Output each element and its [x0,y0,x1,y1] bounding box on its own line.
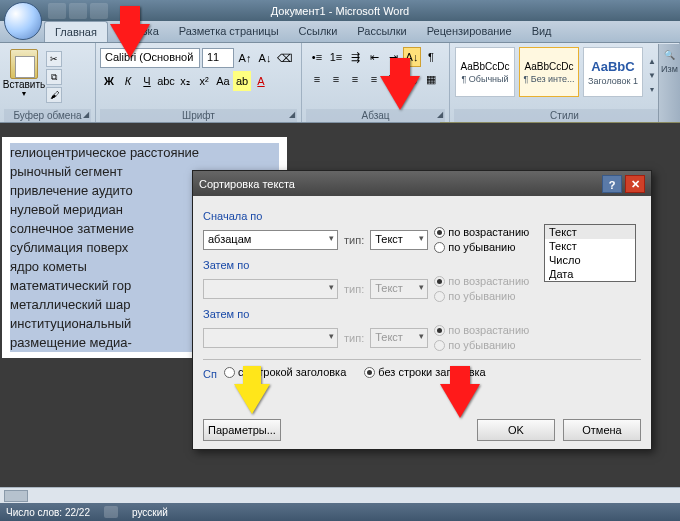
group-clipboard: Вставить ▼ ✂ ⧉ 🖌 Буфер обмена◢ [0,43,96,122]
style-name-text: ¶ Без инте... [523,74,574,84]
type-dropdown-list: Текст Текст Число Дата [544,224,636,282]
clipboard-launcher-icon[interactable]: ◢ [83,110,89,119]
type-option[interactable]: Число [545,253,635,267]
italic-icon[interactable]: К [119,71,137,91]
clear-format-icon[interactable]: ⌫ [276,48,294,68]
font-color-icon[interactable]: A [252,71,270,91]
indent-dec-icon[interactable]: ⇤ [365,47,383,67]
paragraph-launcher-icon[interactable]: ◢ [437,110,443,119]
align-right-icon[interactable]: ≡ [346,69,364,89]
type-label: тип: [344,332,364,344]
grow-font-icon[interactable]: A↑ [236,48,254,68]
then1-asc-radio [434,276,445,287]
dialog-titlebar[interactable]: Сортировка текста ? ✕ [193,171,651,196]
type-option[interactable]: Дата [545,267,635,281]
styles-more-icon[interactable]: ▾ [646,85,658,97]
underline-icon[interactable]: Ч [138,71,156,91]
font-launcher-icon[interactable]: ◢ [289,110,295,119]
without-header-radio[interactable] [364,367,375,378]
superscript-icon[interactable]: x² [195,71,213,91]
bold-icon[interactable]: Ж [100,71,118,91]
tab-review[interactable]: Рецензирование [417,21,522,42]
clipboard-group-label: Буфер обмена◢ [4,109,91,122]
annotation-arrow-icon [234,384,270,414]
shrink-font-icon[interactable]: A↓ [256,48,274,68]
paste-icon [10,49,38,79]
desc-label: по убыванию [448,241,515,253]
qat-redo-icon[interactable] [90,3,108,19]
office-orb[interactable] [4,2,42,40]
sort-first-label: Сначала по [203,210,641,222]
annotation-arrow-icon [110,24,150,58]
style-sample-text: AaBbCcDc [525,61,574,72]
change-case-icon[interactable]: Aa [214,71,232,91]
copy-icon[interactable]: ⧉ [46,69,62,85]
dialog-help-icon[interactable]: ? [602,175,622,193]
style-heading1[interactable]: AaBbC Заголовок 1 [583,47,643,97]
align-left-icon[interactable]: ≡ [308,69,326,89]
styles-down-icon[interactable]: ▼ [646,71,658,83]
bullets-icon[interactable]: •≡ [308,47,326,67]
desc-label: по убыванию [448,290,515,302]
cancel-button[interactable]: Отмена [563,419,641,441]
tab-home[interactable]: Главная [44,21,108,42]
asc-label: по возрастанию [448,226,529,238]
style-no-spacing[interactable]: AaBbCcDc ¶ Без инте... [519,47,579,97]
style-sample-text: AaBbCcDc [461,61,510,72]
parameters-button[interactable]: Параметры... [203,419,281,441]
multilevel-icon[interactable]: ⇶ [346,47,364,67]
align-center-icon[interactable]: ≡ [327,69,345,89]
title-bar: Документ1 - Microsoft Word [0,0,680,21]
dialog-close-icon[interactable]: ✕ [625,175,645,193]
tab-references[interactable]: Ссылки [289,21,348,42]
strike-icon[interactable]: abc [157,71,175,91]
type-label: тип: [344,283,364,295]
then2-type-combo: Текст [370,328,428,348]
style-normal[interactable]: AaBbCcDc ¶ Обычный [455,47,515,97]
scrollbar-thumb[interactable] [4,490,28,502]
word-count[interactable]: Число слов: 22/22 [6,507,90,518]
group-paragraph: •≡ 1≡ ⇶ ⇤ ⇥ A↓ ¶ ≡ ≡ ≡ ≡ ‡≡ ▢ ▦ [302,43,450,122]
tab-mailings[interactable]: Рассылки [347,21,416,42]
dialog-title: Сортировка текста [199,178,295,190]
type-option[interactable]: Текст [545,225,635,239]
style-name-text: ¶ Обычный [461,74,508,84]
pilcrow-icon[interactable]: ¶ [422,47,440,67]
subscript-icon[interactable]: x₂ [176,71,194,91]
desc-radio[interactable] [434,242,445,253]
annotation-arrow-icon [380,76,420,110]
qat-undo-icon[interactable] [69,3,87,19]
list-section-label: Сп [203,368,217,380]
asc-radio[interactable] [434,227,445,238]
asc-label: по возрастанию [448,275,529,287]
tab-view[interactable]: Вид [522,21,562,42]
ribbon-tabs: Главная Вставка Разметка страницы Ссылки… [0,21,680,43]
format-painter-icon[interactable]: 🖌 [46,87,62,103]
styles-up-icon[interactable]: ▲ [646,57,658,69]
tab-layout[interactable]: Разметка страницы [169,21,289,42]
horizontal-scrollbar[interactable] [0,487,680,503]
spellcheck-icon[interactable] [104,506,118,518]
qat-save-icon[interactable] [48,3,66,19]
font-group-label: Шрифт◢ [100,109,297,122]
type-label: тип: [344,234,364,246]
edit-label: Изм [661,64,678,74]
ok-button[interactable]: OK [477,419,555,441]
cut-icon[interactable]: ✂ [46,51,62,67]
font-size-combo[interactable]: 11 [202,48,234,68]
then1-by-combo[interactable] [203,279,338,299]
language-status[interactable]: русский [132,507,168,518]
ribbon: Вставить ▼ ✂ ⧉ 🖌 Буфер обмена◢ Calibri (… [0,43,680,123]
sort-by-combo[interactable]: абзацам [203,230,338,250]
paste-button[interactable]: Вставить ▼ [4,45,44,109]
desc-label: по убыванию [448,339,515,351]
doc-line[interactable]: гелиоцентрическое расстояние [10,143,279,162]
find-icon[interactable]: 🔍 [664,50,675,60]
highlight-icon[interactable]: ab [233,71,251,91]
borders-icon[interactable]: ▦ [422,69,440,89]
sort-type-combo[interactable]: Текст [370,230,428,250]
with-header-radio[interactable] [224,367,235,378]
type-option[interactable]: Текст [545,239,635,253]
numbering-icon[interactable]: 1≡ [327,47,345,67]
paragraph-group-label: Абзац◢ [306,109,445,122]
